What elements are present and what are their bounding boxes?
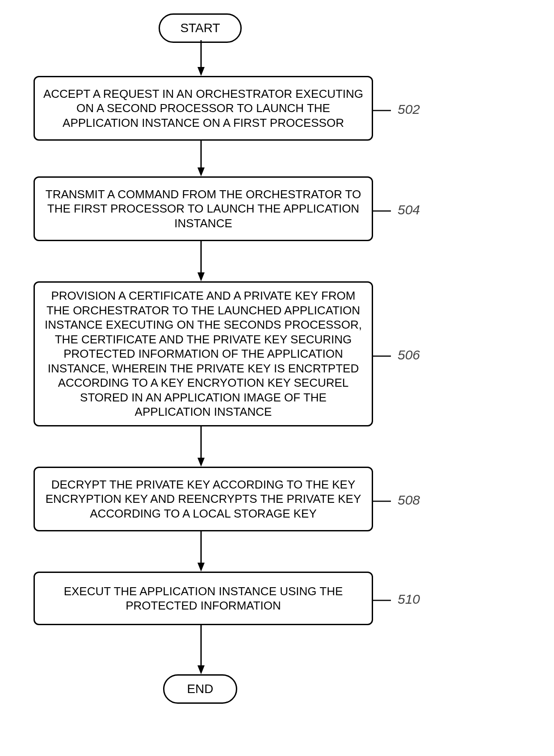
terminal-end: END — [163, 674, 237, 704]
process-step-5-text: EXECUT THE APPLICATION INSTANCE USING TH… — [43, 584, 364, 613]
svg-marker-7 — [197, 458, 205, 467]
connector-s1-s2 — [197, 141, 206, 176]
label-tick-3 — [373, 355, 391, 357]
label-tick-5 — [373, 600, 391, 601]
svg-marker-11 — [197, 665, 205, 674]
terminal-start: START — [159, 13, 242, 43]
svg-marker-9 — [197, 563, 205, 572]
connector-start-s1 — [197, 40, 206, 76]
flowchart-canvas: START ACCEPT A REQUEST IN AN ORCHESTRATO… — [0, 0, 554, 756]
ref-label-4: 508 — [398, 493, 420, 508]
connector-s5-end — [197, 625, 206, 674]
ref-label-5: 510 — [398, 592, 420, 607]
ref-label-3: 506 — [398, 347, 420, 363]
process-step-1-text: ACCEPT A REQUEST IN AN ORCHESTRATOR EXEC… — [43, 87, 364, 130]
ref-label-2: 504 — [398, 202, 420, 217]
process-step-4-text: DECRYPT THE PRIVATE KEY ACCORDING TO THE… — [43, 477, 364, 521]
label-tick-1 — [373, 110, 391, 111]
process-step-3-text: PROVISION A CERTIFICATE AND A PRIVATE KE… — [43, 288, 364, 419]
process-step-2: TRANSMIT A COMMAND FROM THE ORCHESTRATOR… — [34, 176, 373, 241]
process-step-5: EXECUT THE APPLICATION INSTANCE USING TH… — [34, 572, 373, 625]
svg-marker-3 — [197, 167, 205, 176]
process-step-3: PROVISION A CERTIFICATE AND A PRIVATE KE… — [34, 281, 373, 426]
connector-s2-s3 — [197, 241, 206, 281]
label-tick-2 — [373, 210, 391, 212]
connector-s3-s4 — [197, 426, 206, 467]
svg-marker-5 — [197, 272, 205, 281]
label-tick-4 — [373, 501, 391, 502]
process-step-1: ACCEPT A REQUEST IN AN ORCHESTRATOR EXEC… — [34, 76, 373, 141]
connector-s4-s5 — [197, 531, 206, 572]
process-step-2-text: TRANSMIT A COMMAND FROM THE ORCHESTRATOR… — [43, 187, 364, 231]
ref-label-1: 502 — [398, 102, 420, 117]
svg-marker-1 — [197, 67, 205, 76]
process-step-4: DECRYPT THE PRIVATE KEY ACCORDING TO THE… — [34, 467, 373, 531]
